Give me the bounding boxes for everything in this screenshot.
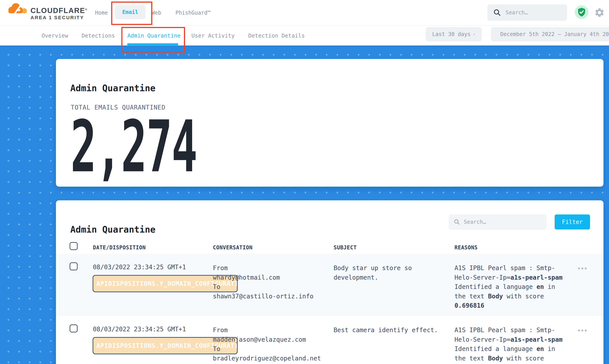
column-header-date[interactable]: DATE/DISPOSITION — [93, 245, 146, 251]
row-checkbox[interactable] — [70, 325, 78, 332]
brand-trademark: ® — [85, 8, 88, 11]
table-row: 08/03/2022 23:34:25 GMT+1 APIDISPOSITION… — [56, 316, 603, 364]
nav-web[interactable]: Web — [152, 10, 161, 16]
table-row: 08/03/2022 23:34:25 GMT+1 APIDISPOSITION… — [56, 254, 603, 316]
summary-card: Admin Quarantine TOTAL EMAILS QUARANTINE… — [56, 59, 603, 187]
date-range-display[interactable]: December 5th 2022 — January 4th 2023 — [491, 27, 609, 41]
from-label: From — [213, 325, 332, 335]
row-subject: Body star up store so development. — [334, 263, 444, 282]
row-subject: Best camera identify effect. — [334, 325, 444, 335]
column-header-reasons[interactable]: REASONS — [455, 245, 478, 251]
from-label: From — [213, 263, 332, 273]
tab-admin-quarantine[interactable]: Admin Quarantine — [127, 32, 181, 39]
row-conversation: From maddenjason@velazquez.com To bradle… — [213, 325, 332, 363]
cloudflare-logo-icon — [6, 2, 28, 15]
row-checkbox[interactable] — [70, 262, 78, 270]
row-menu-ellipsis-icon[interactable] — [578, 266, 588, 270]
from-address[interactable]: maddenjason@velazquez.com — [213, 335, 332, 345]
app-root: Admin Quarantine TOTAL EMAILS QUARANTINE… — [0, 0, 609, 364]
status-shield-badge[interactable] — [575, 5, 588, 19]
nav-email[interactable]: Email — [115, 5, 146, 19]
table-card-title: Admin Quarantine — [70, 224, 155, 234]
brand-text: CLOUDFLARE® AREA 1 SECURITY — [30, 6, 88, 21]
column-header-conversation[interactable]: CONVERSATION — [213, 245, 252, 251]
row-reasons: A1S IPBL Pearl spam : Smtp-Helo-Server-I… — [455, 325, 574, 364]
nav-home[interactable]: Home — [95, 10, 108, 16]
date-range-dropdown-label: Last 30 days — [432, 31, 470, 37]
search-icon — [493, 9, 501, 17]
date-range-dropdown[interactable]: Last 30 days ▾ — [426, 27, 482, 41]
caret-down-icon: ▾ — [473, 32, 475, 36]
global-search[interactable] — [487, 4, 567, 21]
quarantine-table-card: Admin Quarantine Filter DATE/DISPOSITION… — [56, 200, 603, 364]
row-date: 08/03/2022 23:34:25 GMT+1 — [93, 263, 186, 271]
summary-card-title: Admin Quarantine — [70, 83, 155, 93]
metric-value: 2,274 — [70, 107, 197, 187]
nav-phishguard[interactable]: PhishGuard™ — [176, 10, 211, 16]
brand-name: CLOUDFLARE — [30, 6, 85, 14]
to-label: To — [213, 282, 332, 292]
tab-detection-details[interactable]: Detection Details — [248, 32, 305, 39]
column-header-subject[interactable]: SUBJECT — [334, 245, 357, 251]
filter-button[interactable]: Filter — [555, 214, 590, 230]
row-date: 08/03/2022 23:34:25 GMT+1 — [93, 325, 186, 333]
select-all-checkbox[interactable] — [70, 242, 78, 250]
row-menu-ellipsis-icon[interactable] — [578, 328, 588, 332]
brand-logo[interactable]: CLOUDFLARE® AREA 1 SECURITY — [6, 2, 88, 21]
to-address[interactable]: shawn37@castillo-ortiz.info — [213, 292, 332, 301]
from-address[interactable]: whardy@hotmail.com — [213, 273, 332, 283]
tab-detections[interactable]: Detections — [81, 32, 115, 39]
email-subnav: Overview Detections Admin Quarantine Use… — [0, 26, 609, 46]
to-address[interactable]: bradleyrodriguez@copeland.net — [213, 354, 332, 363]
row-reasons: A1S IPBL Pearl spam : Smtp-Helo-Server-I… — [455, 263, 574, 311]
topbar: CLOUDFLARE® AREA 1 SECURITY Home Email W… — [0, 0, 609, 26]
tab-user-activity[interactable]: User Activity — [191, 32, 235, 39]
brand-subtitle: AREA 1 SECURITY — [30, 14, 88, 21]
table-search[interactable] — [449, 214, 546, 230]
active-tab-underline — [127, 43, 178, 46]
table-search-input[interactable] — [463, 219, 546, 225]
search-icon — [454, 219, 460, 225]
gear-icon[interactable] — [594, 7, 605, 18]
shield-check-icon — [577, 8, 586, 17]
to-label: To — [213, 344, 332, 354]
row-conversation: From whardy@hotmail.com To shawn37@casti… — [213, 263, 332, 301]
global-search-input[interactable] — [505, 9, 567, 16]
tab-overview[interactable]: Overview — [41, 32, 68, 39]
